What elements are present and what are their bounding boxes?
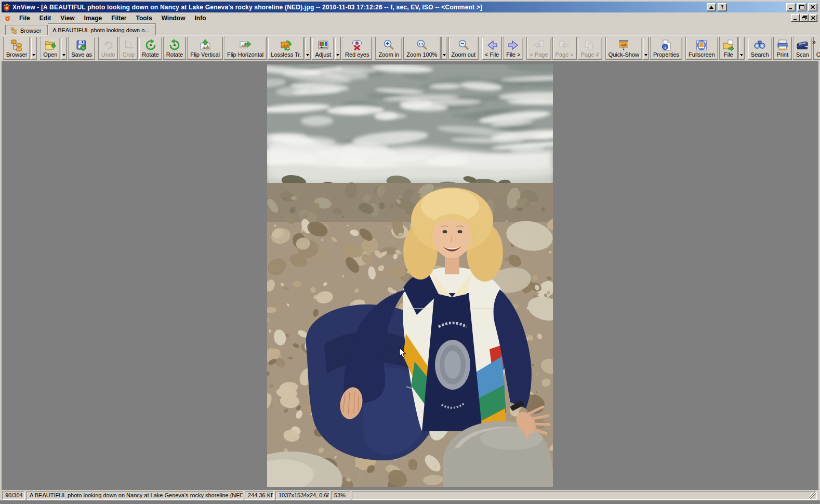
zoom-in-icon (382, 39, 395, 51)
image-viewer[interactable] (2, 61, 818, 490)
tab-browser[interactable]: Browser (5, 25, 48, 35)
mdi-restore-button[interactable] (800, 14, 809, 22)
toolbar-button-search[interactable]: Search (748, 37, 772, 60)
toolbar-button-flip-horizontal[interactable]: Flip Horizontal (224, 37, 267, 60)
toolbar-buttonwrap-page-num: 3Page # (578, 37, 602, 60)
dropdown-arrow[interactable] (31, 37, 37, 60)
toolbar-button-file-prev[interactable]: < File (482, 37, 502, 60)
toolbar-group: UndoCropRotateRotateFlip VerticalFlip Ho… (98, 37, 372, 60)
toolbar-button-label: File (724, 51, 733, 58)
save-as-icon: ? (75, 39, 88, 51)
toolbar-button-rotate-left[interactable]: Rotate (139, 37, 162, 60)
toolbar-button-label: Zoom out (452, 51, 475, 58)
red-eyes-icon (351, 39, 363, 51)
mdi-restore-icon (802, 16, 807, 20)
file-manage-icon (722, 39, 735, 51)
dropdown-arrow[interactable] (335, 37, 341, 60)
lossless-icon (280, 39, 292, 51)
dropdown-arrow[interactable] (305, 37, 311, 60)
toolbar-button-label: Browser (6, 51, 27, 58)
toolbar-button-scan[interactable]: Scan (793, 37, 812, 60)
toolbar-button-browser[interactable]: Browser (3, 37, 30, 60)
toolbar-group: Zoom in1:1Zoom 100%Zoom out (375, 37, 479, 60)
toolbar-button-rotate-right[interactable]: Rotate (163, 37, 186, 60)
menu-item-filter[interactable]: Filter (107, 14, 131, 23)
toolbar-buttonwrap-zoom-100: 1:1Zoom 100% (403, 37, 447, 60)
toolbar-buttonwrap-file-prev: < File (482, 37, 502, 60)
toolbar: BrowserOpen?Save asUndoCropRotateRotateF… (2, 35, 818, 61)
svg-text:?: ? (82, 46, 85, 50)
toolbar-button-label: Page > (556, 51, 574, 58)
quick-show-icon (617, 39, 630, 51)
properties-icon: i (660, 39, 672, 51)
dropdown-arrow[interactable] (61, 37, 67, 60)
status-filesize: 244.36 KB (245, 491, 274, 500)
window-bottom-edge (0, 500, 820, 504)
toolbar-button-label: Search (751, 51, 769, 58)
toolbar-button-label: Flip Vertical (190, 51, 220, 58)
menu-item-tools[interactable]: Tools (131, 14, 157, 23)
rollup-button[interactable] (707, 3, 716, 11)
toolbar-buttonwrap-red-eyes: Red eyes (342, 37, 372, 60)
toolbar-button-page-num: 3Page # (578, 37, 602, 60)
toolbar-button-zoom-100[interactable]: 1:1Zoom 100% (403, 37, 440, 60)
photo[interactable] (267, 64, 553, 487)
toolbar-button-file-next[interactable]: File > (503, 37, 523, 60)
maximize-button[interactable] (797, 3, 806, 11)
toolbar-button-label: Save as (71, 51, 92, 58)
toolbar-button-file-manage[interactable]: File (719, 37, 738, 60)
toolbar-overflow-chevron[interactable]: » (812, 38, 816, 46)
rotate-left-icon (144, 39, 157, 51)
mdi-minimize-button[interactable] (791, 14, 800, 22)
toolbar-group: Open?Save as (40, 37, 95, 60)
toolbar-button-quick-show[interactable]: Quick-Show (605, 37, 642, 60)
toolbar-buttonwrap-open: Open (40, 37, 67, 60)
toolbar-button-lossless[interactable]: Lossless Tr. (268, 37, 304, 60)
toolbar-buttonwrap-adjust: Adjust (312, 37, 341, 60)
toolbar-button-flip-vertical[interactable]: Flip Vertical (187, 37, 223, 60)
pin-button[interactable] (718, 3, 727, 11)
scan-icon (796, 39, 809, 51)
toolbar-button-label: Flip Horizontal (227, 51, 263, 58)
title-bar: XnView - [A BEAUTIFUL photo looking down… (2, 2, 818, 12)
minimize-button[interactable] (786, 3, 796, 11)
menu-item-info[interactable]: Info (190, 14, 211, 23)
browser-icon (10, 39, 23, 51)
menu-item-file[interactable]: File (15, 14, 35, 23)
toolbar-buttonwrap-save-as: ?Save as (68, 37, 95, 60)
window-title: XnView - [A BEAUTIFUL photo looking down… (12, 4, 482, 11)
toolbar-buttonwrap-rotate-right: Rotate (163, 37, 186, 60)
toolbar-buttonwrap-page-next: Page > (552, 37, 577, 60)
toolbar-button-open[interactable]: Open (40, 37, 60, 60)
toolbar-button-label: Print (776, 51, 788, 58)
menu-item-image[interactable]: Image (79, 14, 107, 23)
mdi-close-button[interactable] (809, 14, 817, 22)
rotate-right-icon (168, 39, 181, 51)
toolbar-button-red-eyes[interactable]: Red eyes (342, 37, 372, 60)
close-button[interactable] (808, 3, 817, 11)
toolbar-button-zoom-out[interactable]: Zoom out (448, 37, 479, 60)
menu-item-view[interactable]: View (56, 14, 79, 23)
dropdown-arrow[interactable] (738, 37, 745, 60)
toolbar-button-crop: Crop (119, 37, 138, 60)
toolbar-button-save-as[interactable]: ?Save as (68, 37, 95, 60)
toolbar-button-undo: Undo (98, 37, 118, 60)
toolbar-button-print[interactable]: Print (773, 37, 792, 60)
menu-item-window[interactable]: Window (157, 14, 190, 23)
toolbar-buttonwrap-print: Print (773, 37, 792, 60)
toolbar-button-fullscreen[interactable]: Fullscreen (685, 37, 718, 60)
mdi-minimize-icon (793, 16, 798, 20)
toolbar-button-adjust[interactable]: Adjust (312, 37, 334, 60)
dropdown-arrow[interactable] (643, 37, 649, 60)
fullscreen-icon (695, 39, 708, 51)
toolbar-buttonwrap-rotate-left: Rotate (139, 37, 162, 60)
toolbar-button-zoom-in[interactable]: Zoom in (375, 37, 402, 60)
resize-grip[interactable] (809, 492, 816, 499)
toolbar-buttonwrap-browser: Browser (3, 37, 37, 60)
tab-image[interactable]: A BEAUTIFUL photo looking down o... (48, 23, 156, 35)
print-icon (776, 39, 789, 51)
toolbar-buttonwrap-fullscreen: Fullscreen (685, 37, 718, 60)
dropdown-arrow[interactable] (441, 37, 447, 60)
toolbar-button-properties[interactable]: iProperties (650, 37, 682, 60)
menu-item-edit[interactable]: Edit (35, 14, 56, 23)
